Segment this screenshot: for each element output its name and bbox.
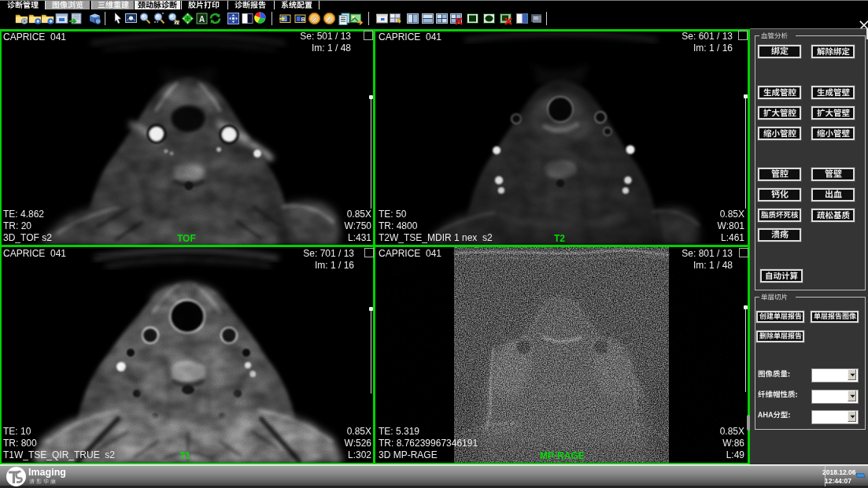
svg-text:B: B	[301, 16, 306, 23]
svg-text:x2: x2	[174, 20, 180, 25]
svg-text:A: A	[199, 15, 205, 24]
